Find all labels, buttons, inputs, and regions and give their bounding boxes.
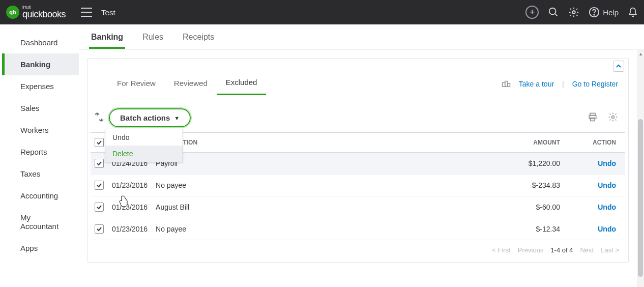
row-checkbox[interactable] (95, 203, 104, 212)
scroll-up-icon[interactable]: ▴ (637, 50, 644, 57)
cell-amount: $1,220.00 (503, 153, 564, 175)
cell-amount: $-12.34 (503, 218, 564, 240)
sidebar-item-accounting[interactable]: Accounting (2, 185, 79, 207)
vertical-scrollbar[interactable]: ▴ (637, 50, 644, 287)
search-icon[interactable] (548, 7, 559, 18)
batch-actions-button[interactable]: Batch actions ▼ (109, 108, 191, 127)
batch-actions-label: Batch actions (120, 113, 170, 122)
cell-amount: $-234.83 (503, 175, 564, 196)
help-label: Help (603, 8, 619, 17)
table-tool-icons (588, 112, 618, 124)
actions-row: Batch actions ▼ Undo Delet (87, 99, 628, 132)
row-checkbox[interactable] (95, 159, 104, 168)
page-previous[interactable]: Previous (518, 246, 544, 254)
sidebar-item-taxes[interactable]: Taxes (2, 163, 79, 185)
svg-point-4 (594, 14, 594, 15)
bell-icon[interactable] (628, 7, 638, 18)
sidebar-item-expenses[interactable]: Expenses (2, 75, 79, 97)
sidebar-item-label: Reports (20, 148, 47, 156)
sidebar-item-dashboard[interactable]: Dashboard (2, 32, 79, 53)
cell-description: Payroll (152, 153, 503, 175)
tab-rules[interactable]: Rules (140, 25, 165, 49)
row-action-undo[interactable]: Undo (598, 225, 616, 233)
sidebar-item-apps[interactable]: Apps (2, 237, 79, 259)
filter-tabs: For Review Reviewed Excluded Take a tour… (87, 59, 628, 99)
filter-reviewed[interactable]: Reviewed (165, 74, 217, 95)
menu-item-label: Delete (112, 150, 133, 158)
filter-label: Excluded (226, 78, 257, 87)
qb-logo-icon: qb (6, 6, 19, 19)
main-content: Banking Rules Receipts For Review Review… (79, 24, 644, 287)
sidebar-item-label: Expenses (20, 82, 54, 91)
page-first[interactable]: < First (492, 246, 510, 254)
cell-description: August Bill (152, 196, 503, 218)
page-next[interactable]: Next (580, 246, 594, 254)
print-icon[interactable] (588, 112, 598, 124)
row-checkbox[interactable] (95, 181, 104, 190)
cell-date: 01/23/2016 (108, 196, 152, 218)
tab-label: Banking (91, 33, 123, 41)
take-tour-link[interactable]: Take a tour (519, 80, 554, 88)
table-row[interactable]: 01/23/2016 No payee $-12.34 Undo (91, 218, 625, 240)
brand-logo: qb intuit quickbooks (6, 5, 66, 20)
sidebar-item-reports[interactable]: Reports (2, 141, 79, 163)
tab-banking[interactable]: Banking (89, 25, 125, 49)
sidebar-item-label: Taxes (20, 169, 40, 178)
table-settings-gear-icon[interactable] (608, 112, 618, 124)
sidebar-item-label: Apps (20, 244, 38, 252)
col-amount[interactable]: AMOUNT (503, 133, 564, 153)
tab-receipts[interactable]: Receipts (181, 25, 216, 49)
cell-date: 01/23/2016 (108, 175, 152, 196)
svg-line-1 (555, 14, 558, 16)
header-actions: + Help (525, 6, 638, 19)
hamburger-menu-icon[interactable] (81, 8, 92, 17)
tab-label: Receipts (183, 33, 214, 41)
cell-description: No payee (152, 218, 503, 240)
sidebar-item-sales[interactable]: Sales (2, 97, 79, 119)
filter-for-review[interactable]: For Review (108, 74, 165, 95)
go-to-register-link[interactable]: Go to Register (572, 80, 618, 88)
batch-menu-delete[interactable]: Delete (105, 146, 183, 162)
sidebar-item-label: Sales (20, 104, 40, 112)
body: Dashboard Banking Expenses Sales Workers… (0, 24, 644, 287)
menu-item-label: Undo (112, 133, 129, 141)
pagination: < First Previous 1-4 of 4 Next Last > (87, 240, 628, 262)
cell-amount: $-60.00 (503, 196, 564, 218)
cell-date: 01/23/2016 (108, 218, 152, 240)
svg-point-0 (549, 8, 556, 15)
sidebar-item-label: Accounting (20, 191, 58, 200)
batch-menu-undo[interactable]: Undo (105, 129, 183, 146)
update-icon[interactable] (95, 111, 104, 124)
collapse-toggle[interactable] (613, 61, 624, 72)
sidebar-item-label: Workers (20, 126, 49, 134)
company-name: Test (101, 8, 115, 17)
sidebar-item-workers[interactable]: Workers (2, 119, 79, 141)
row-checkbox[interactable] (95, 224, 104, 234)
filter-excluded[interactable]: Excluded (217, 73, 267, 95)
chevron-up-icon (616, 63, 622, 69)
scrollbar-thumb[interactable] (638, 119, 643, 277)
gear-icon[interactable] (568, 7, 579, 18)
brand-text: intuit quickbooks (22, 5, 66, 20)
cell-description: No payee (152, 175, 503, 196)
col-action: ACTION (564, 133, 625, 153)
section-tabs: Banking Rules Receipts (79, 24, 644, 50)
table-row[interactable]: 01/23/2016 August Bill $-60.00 Undo (91, 196, 625, 218)
help-button[interactable]: Help (589, 7, 619, 18)
sidebar-item-my-accountant[interactable]: My Accountant (2, 207, 79, 237)
table-row[interactable]: 01/23/2016 No payee $-234.83 Undo (91, 175, 625, 196)
brand-small: intuit (22, 5, 66, 9)
sidebar-item-label: My Accountant (20, 213, 58, 231)
brand-main: quickbooks (22, 9, 66, 19)
tab-label: Rules (142, 33, 163, 41)
row-action-undo[interactable]: Undo (598, 159, 616, 167)
row-action-undo[interactable]: Undo (598, 181, 616, 189)
sidebar-item-banking[interactable]: Banking (2, 53, 79, 75)
batch-actions-menu: Undo Delete (105, 129, 183, 162)
row-action-undo[interactable]: Undo (598, 203, 616, 211)
create-button[interactable]: + (525, 6, 539, 19)
page-last[interactable]: Last > (601, 246, 619, 254)
svg-rect-5 (502, 82, 505, 87)
col-description[interactable]: DESCRIPTION (152, 133, 503, 153)
select-all-checkbox[interactable] (95, 138, 104, 147)
